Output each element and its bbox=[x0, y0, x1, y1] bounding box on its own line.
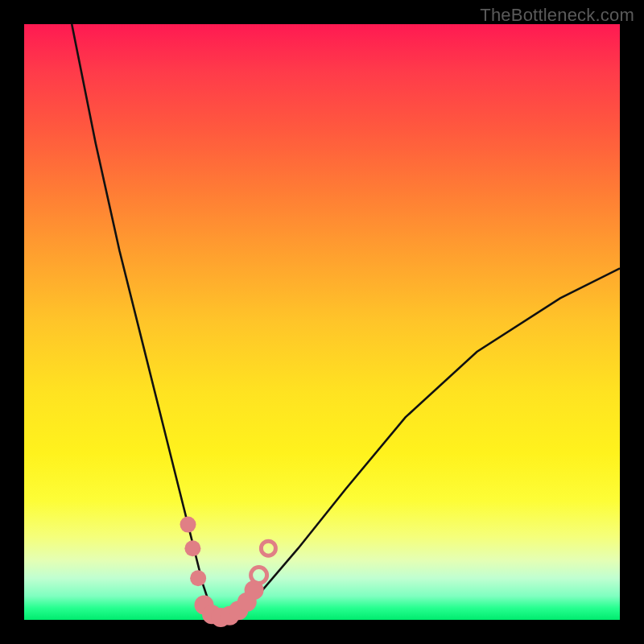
bottleneck-curve bbox=[72, 24, 620, 620]
curve-marker bbox=[261, 541, 275, 555]
chart-frame: TheBottleneck.com bbox=[0, 0, 644, 644]
curve-marker bbox=[184, 540, 200, 556]
curve-marker bbox=[251, 568, 267, 584]
curve-marker bbox=[180, 517, 196, 533]
curve-marker bbox=[190, 570, 206, 586]
chart-svg bbox=[24, 24, 620, 620]
plot-area bbox=[24, 24, 620, 620]
curve-markers bbox=[180, 517, 276, 627]
watermark-label: TheBottleneck.com bbox=[480, 5, 634, 26]
